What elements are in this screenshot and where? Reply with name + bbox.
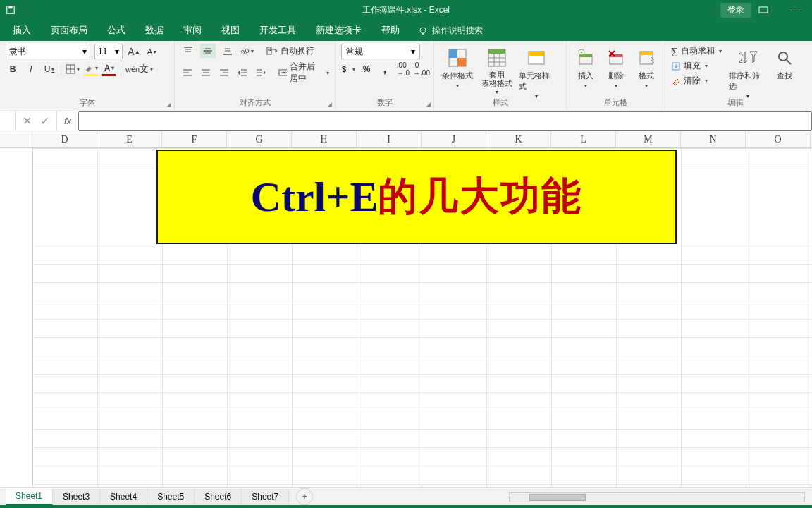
col-header[interactable]: L bbox=[551, 131, 616, 147]
sheet-tab[interactable]: Sheet4 bbox=[100, 489, 147, 504]
add-sheet-button[interactable]: + bbox=[296, 488, 313, 505]
sheet-tab[interactable]: Sheet7 bbox=[242, 489, 289, 504]
svg-rect-41 bbox=[488, 49, 505, 54]
col-header[interactable]: O bbox=[746, 131, 811, 147]
tell-me[interactable]: 操作说明搜索 bbox=[418, 25, 483, 41]
align-right-icon[interactable] bbox=[217, 66, 231, 80]
fill-button[interactable]: 填充 bbox=[671, 60, 722, 72]
sheet-tab[interactable]: Sheet6 bbox=[195, 489, 242, 504]
borders-button[interactable] bbox=[66, 62, 80, 76]
orientation-button[interactable]: ab bbox=[240, 44, 254, 58]
find-button[interactable]: 查找 bbox=[774, 44, 795, 81]
clear-button[interactable]: 清除 bbox=[671, 75, 722, 87]
sheet-tab[interactable]: Sheet3 bbox=[53, 489, 100, 504]
tab-view[interactable]: 视图 bbox=[211, 20, 250, 41]
col-header[interactable]: J bbox=[422, 131, 486, 147]
qat-dropdown-icon[interactable] bbox=[21, 5, 31, 15]
name-box[interactable] bbox=[0, 111, 16, 131]
percent-button[interactable]: % bbox=[359, 62, 374, 76]
group-cells-label: 单元格 bbox=[572, 97, 659, 109]
font-name-select[interactable]: 隶书▾ bbox=[6, 44, 90, 59]
format-as-table-button[interactable]: 套用 表格格式▾ bbox=[479, 44, 515, 95]
horizontal-scrollbar[interactable] bbox=[509, 492, 805, 502]
col-header[interactable]: F bbox=[162, 131, 227, 147]
tell-me-label: 操作说明搜索 bbox=[432, 25, 483, 37]
tab-formulas[interactable]: 公式 bbox=[97, 20, 135, 41]
tab-data[interactable]: 数据 bbox=[135, 20, 173, 41]
wrap-text-button[interactable]: ab自动换行 bbox=[266, 45, 314, 57]
group-styles-label: 样式 bbox=[440, 97, 560, 109]
merge-center-button[interactable]: 合并后居中 bbox=[278, 61, 329, 85]
login-button[interactable]: 登录 bbox=[720, 3, 751, 18]
formula-input[interactable] bbox=[78, 111, 812, 131]
fx-icon[interactable]: fx bbox=[57, 116, 78, 126]
delete-cells-button[interactable]: 删除▾ bbox=[603, 44, 629, 89]
col-header[interactable]: H bbox=[292, 131, 357, 147]
currency-button[interactable]: $ bbox=[341, 62, 355, 76]
group-styles: 条件格式▾ 套用 表格格式▾ 单元格样式▾ 样式 bbox=[434, 41, 567, 111]
font-size-select[interactable]: 11▾ bbox=[94, 44, 123, 59]
tab-insert[interactable]: 插入 bbox=[3, 20, 41, 41]
enter-icon[interactable]: ✓ bbox=[40, 114, 49, 128]
save-icon[interactable] bbox=[6, 5, 16, 15]
decrease-decimal-icon[interactable]: .0→.00 bbox=[414, 62, 429, 76]
increase-font-icon[interactable]: A▲ bbox=[127, 44, 141, 59]
decrease-font-icon[interactable]: A▼ bbox=[145, 44, 159, 59]
align-center-icon[interactable] bbox=[199, 66, 213, 80]
tab-review[interactable]: 审阅 bbox=[173, 20, 211, 41]
svg-text:ab: ab bbox=[268, 47, 272, 52]
increase-decimal-icon[interactable]: .00→.0 bbox=[396, 62, 410, 76]
underline-button[interactable]: U bbox=[42, 62, 56, 76]
tab-page-layout[interactable]: 页面布局 bbox=[41, 20, 97, 41]
fill-color-button[interactable] bbox=[84, 62, 98, 76]
group-align-label: 对齐方式 bbox=[180, 97, 329, 109]
ribbon-options-icon[interactable] bbox=[758, 5, 778, 15]
format-cells-button[interactable]: 格式▾ bbox=[633, 44, 659, 89]
increase-indent-icon[interactable] bbox=[254, 66, 268, 80]
conditional-formatting-button[interactable]: 条件格式▾ bbox=[440, 44, 475, 89]
spreadsheet-grid[interactable]: D E F G H I J K L M N O Ctrl+E的几大功能 bbox=[0, 131, 812, 487]
col-header[interactable]: N bbox=[681, 131, 746, 147]
decrease-indent-icon[interactable] bbox=[235, 66, 250, 80]
align-dialog-launcher-icon[interactable]: ◢ bbox=[327, 101, 332, 108]
align-top-icon[interactable] bbox=[180, 44, 196, 58]
svg-text:$: $ bbox=[342, 65, 346, 73]
lightbulb-icon bbox=[418, 26, 428, 36]
group-cells: + 插入▾ 删除▾ 格式▾ 单元格 bbox=[567, 41, 665, 111]
col-header[interactable]: I bbox=[357, 131, 422, 147]
insert-cells-button[interactable]: + 插入▾ bbox=[572, 44, 598, 89]
align-left-icon[interactable] bbox=[180, 66, 195, 80]
bold-button[interactable]: B bbox=[6, 62, 20, 76]
tab-help[interactable]: 帮助 bbox=[371, 20, 410, 41]
merged-cell-banner[interactable]: Ctrl+E的几大功能 bbox=[156, 150, 677, 244]
align-middle-icon[interactable] bbox=[200, 44, 216, 58]
italic-button[interactable]: I bbox=[24, 62, 38, 76]
svg-rect-2 bbox=[759, 7, 768, 13]
minimize-icon[interactable]: — bbox=[785, 4, 805, 16]
svg-rect-1 bbox=[8, 6, 12, 9]
sheet-tab[interactable]: Sheet1 bbox=[6, 488, 53, 505]
col-header[interactable]: M bbox=[616, 131, 681, 147]
sort-filter-button[interactable]: AZ 排序和筛选▾ bbox=[729, 44, 767, 99]
col-header[interactable]: G bbox=[227, 131, 292, 147]
font-dialog-launcher-icon[interactable]: ◢ bbox=[166, 101, 171, 108]
phonetic-button[interactable]: wén文 bbox=[125, 62, 153, 76]
col-header[interactable]: K bbox=[486, 131, 551, 147]
number-dialog-launcher-icon[interactable]: ◢ bbox=[426, 101, 431, 108]
group-editing: ∑自动求和 填充 清除 AZ 排序和筛选▾ 查找 编辑 bbox=[665, 41, 806, 111]
col-header[interactable]: E bbox=[97, 131, 162, 147]
tab-new-tab[interactable]: 新建选项卡 bbox=[306, 20, 371, 41]
tab-developer[interactable]: 开发工具 bbox=[250, 20, 306, 41]
cancel-icon[interactable]: ✕ bbox=[23, 114, 32, 128]
cell-styles-button[interactable]: 单元格样式▾ bbox=[519, 44, 554, 99]
number-format-select[interactable]: 常规▾ bbox=[341, 44, 420, 59]
column-headers: D E F G H I J K L M N O bbox=[0, 131, 812, 148]
status-bar bbox=[0, 505, 812, 508]
font-color-button[interactable]: A bbox=[102, 62, 116, 76]
banner-text-1: Ctrl+E bbox=[251, 173, 379, 222]
align-bottom-icon[interactable] bbox=[220, 44, 235, 58]
autosum-button[interactable]: ∑自动求和 bbox=[671, 45, 722, 57]
col-header[interactable]: D bbox=[32, 131, 97, 147]
comma-button[interactable]: , bbox=[378, 62, 392, 76]
sheet-tab[interactable]: Sheet5 bbox=[147, 489, 195, 504]
